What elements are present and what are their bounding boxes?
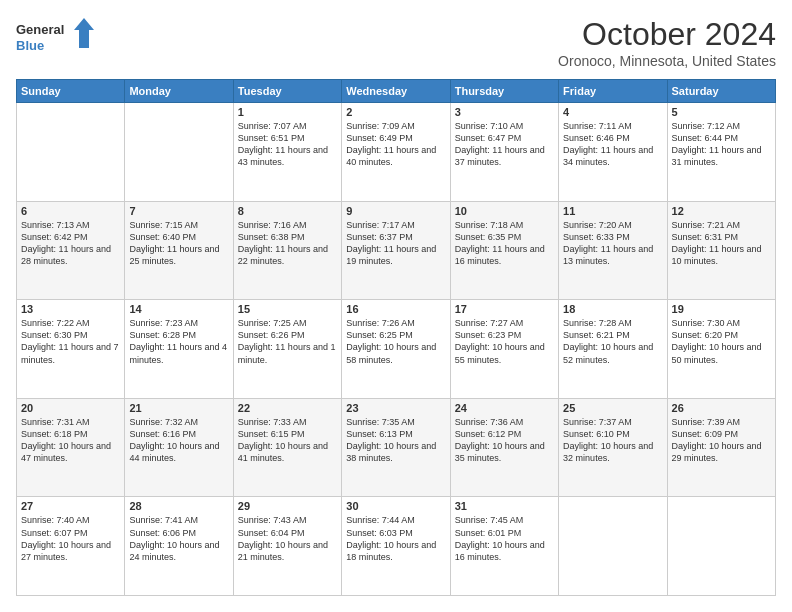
table-row: 12Sunrise: 7:21 AM Sunset: 6:31 PM Dayli…: [667, 201, 775, 300]
col-tuesday: Tuesday: [233, 80, 341, 103]
day-number: 4: [563, 106, 662, 118]
day-number: 11: [563, 205, 662, 217]
table-row: 17Sunrise: 7:27 AM Sunset: 6:23 PM Dayli…: [450, 300, 558, 399]
svg-marker-2: [74, 18, 94, 48]
svg-text:Blue: Blue: [16, 38, 44, 53]
day-info: Sunrise: 7:23 AM Sunset: 6:28 PM Dayligh…: [129, 317, 228, 366]
day-info: Sunrise: 7:17 AM Sunset: 6:37 PM Dayligh…: [346, 219, 445, 268]
day-info: Sunrise: 7:41 AM Sunset: 6:06 PM Dayligh…: [129, 514, 228, 563]
table-row: 3Sunrise: 7:10 AM Sunset: 6:47 PM Daylig…: [450, 103, 558, 202]
day-info: Sunrise: 7:32 AM Sunset: 6:16 PM Dayligh…: [129, 416, 228, 465]
col-wednesday: Wednesday: [342, 80, 450, 103]
day-number: 15: [238, 303, 337, 315]
day-number: 21: [129, 402, 228, 414]
table-row: 20Sunrise: 7:31 AM Sunset: 6:18 PM Dayli…: [17, 398, 125, 497]
day-number: 1: [238, 106, 337, 118]
day-number: 18: [563, 303, 662, 315]
table-row: 2Sunrise: 7:09 AM Sunset: 6:49 PM Daylig…: [342, 103, 450, 202]
day-info: Sunrise: 7:16 AM Sunset: 6:38 PM Dayligh…: [238, 219, 337, 268]
calendar-header-row: Sunday Monday Tuesday Wednesday Thursday…: [17, 80, 776, 103]
logo-svg: General Blue: [16, 16, 96, 61]
day-info: Sunrise: 7:20 AM Sunset: 6:33 PM Dayligh…: [563, 219, 662, 268]
day-info: Sunrise: 7:43 AM Sunset: 6:04 PM Dayligh…: [238, 514, 337, 563]
day-number: 6: [21, 205, 120, 217]
calendar-week-row: 1Sunrise: 7:07 AM Sunset: 6:51 PM Daylig…: [17, 103, 776, 202]
table-row: 27Sunrise: 7:40 AM Sunset: 6:07 PM Dayli…: [17, 497, 125, 596]
day-number: 19: [672, 303, 771, 315]
table-row: 10Sunrise: 7:18 AM Sunset: 6:35 PM Dayli…: [450, 201, 558, 300]
svg-text:General: General: [16, 22, 64, 37]
table-row: [125, 103, 233, 202]
table-row: 18Sunrise: 7:28 AM Sunset: 6:21 PM Dayli…: [559, 300, 667, 399]
day-number: 3: [455, 106, 554, 118]
day-number: 10: [455, 205, 554, 217]
table-row: [559, 497, 667, 596]
calendar-week-row: 20Sunrise: 7:31 AM Sunset: 6:18 PM Dayli…: [17, 398, 776, 497]
col-thursday: Thursday: [450, 80, 558, 103]
table-row: 15Sunrise: 7:25 AM Sunset: 6:26 PM Dayli…: [233, 300, 341, 399]
page: General Blue October 2024 Oronoco, Minne…: [0, 0, 792, 612]
calendar-week-row: 13Sunrise: 7:22 AM Sunset: 6:30 PM Dayli…: [17, 300, 776, 399]
day-number: 2: [346, 106, 445, 118]
table-row: 23Sunrise: 7:35 AM Sunset: 6:13 PM Dayli…: [342, 398, 450, 497]
day-info: Sunrise: 7:40 AM Sunset: 6:07 PM Dayligh…: [21, 514, 120, 563]
table-row: 24Sunrise: 7:36 AM Sunset: 6:12 PM Dayli…: [450, 398, 558, 497]
header: General Blue October 2024 Oronoco, Minne…: [16, 16, 776, 69]
table-row: 29Sunrise: 7:43 AM Sunset: 6:04 PM Dayli…: [233, 497, 341, 596]
table-row: 7Sunrise: 7:15 AM Sunset: 6:40 PM Daylig…: [125, 201, 233, 300]
day-info: Sunrise: 7:39 AM Sunset: 6:09 PM Dayligh…: [672, 416, 771, 465]
table-row: 5Sunrise: 7:12 AM Sunset: 6:44 PM Daylig…: [667, 103, 775, 202]
day-info: Sunrise: 7:21 AM Sunset: 6:31 PM Dayligh…: [672, 219, 771, 268]
day-info: Sunrise: 7:35 AM Sunset: 6:13 PM Dayligh…: [346, 416, 445, 465]
day-info: Sunrise: 7:25 AM Sunset: 6:26 PM Dayligh…: [238, 317, 337, 366]
location-subtitle: Oronoco, Minnesota, United States: [558, 53, 776, 69]
day-number: 17: [455, 303, 554, 315]
table-row: 16Sunrise: 7:26 AM Sunset: 6:25 PM Dayli…: [342, 300, 450, 399]
day-number: 5: [672, 106, 771, 118]
day-info: Sunrise: 7:33 AM Sunset: 6:15 PM Dayligh…: [238, 416, 337, 465]
day-info: Sunrise: 7:10 AM Sunset: 6:47 PM Dayligh…: [455, 120, 554, 169]
table-row: 11Sunrise: 7:20 AM Sunset: 6:33 PM Dayli…: [559, 201, 667, 300]
day-info: Sunrise: 7:36 AM Sunset: 6:12 PM Dayligh…: [455, 416, 554, 465]
table-row: 13Sunrise: 7:22 AM Sunset: 6:30 PM Dayli…: [17, 300, 125, 399]
day-info: Sunrise: 7:13 AM Sunset: 6:42 PM Dayligh…: [21, 219, 120, 268]
calendar-table: Sunday Monday Tuesday Wednesday Thursday…: [16, 79, 776, 596]
day-number: 22: [238, 402, 337, 414]
table-row: [667, 497, 775, 596]
table-row: 31Sunrise: 7:45 AM Sunset: 6:01 PM Dayli…: [450, 497, 558, 596]
day-number: 13: [21, 303, 120, 315]
day-info: Sunrise: 7:37 AM Sunset: 6:10 PM Dayligh…: [563, 416, 662, 465]
day-info: Sunrise: 7:12 AM Sunset: 6:44 PM Dayligh…: [672, 120, 771, 169]
day-info: Sunrise: 7:45 AM Sunset: 6:01 PM Dayligh…: [455, 514, 554, 563]
logo: General Blue: [16, 16, 96, 61]
title-area: October 2024 Oronoco, Minnesota, United …: [558, 16, 776, 69]
calendar-week-row: 27Sunrise: 7:40 AM Sunset: 6:07 PM Dayli…: [17, 497, 776, 596]
col-saturday: Saturday: [667, 80, 775, 103]
table-row: 8Sunrise: 7:16 AM Sunset: 6:38 PM Daylig…: [233, 201, 341, 300]
day-info: Sunrise: 7:15 AM Sunset: 6:40 PM Dayligh…: [129, 219, 228, 268]
day-number: 28: [129, 500, 228, 512]
day-number: 24: [455, 402, 554, 414]
day-info: Sunrise: 7:26 AM Sunset: 6:25 PM Dayligh…: [346, 317, 445, 366]
day-number: 25: [563, 402, 662, 414]
day-info: Sunrise: 7:09 AM Sunset: 6:49 PM Dayligh…: [346, 120, 445, 169]
table-row: 30Sunrise: 7:44 AM Sunset: 6:03 PM Dayli…: [342, 497, 450, 596]
month-title: October 2024: [558, 16, 776, 53]
col-monday: Monday: [125, 80, 233, 103]
day-info: Sunrise: 7:18 AM Sunset: 6:35 PM Dayligh…: [455, 219, 554, 268]
day-number: 23: [346, 402, 445, 414]
day-number: 29: [238, 500, 337, 512]
day-info: Sunrise: 7:31 AM Sunset: 6:18 PM Dayligh…: [21, 416, 120, 465]
table-row: 19Sunrise: 7:30 AM Sunset: 6:20 PM Dayli…: [667, 300, 775, 399]
day-info: Sunrise: 7:27 AM Sunset: 6:23 PM Dayligh…: [455, 317, 554, 366]
day-number: 9: [346, 205, 445, 217]
day-info: Sunrise: 7:28 AM Sunset: 6:21 PM Dayligh…: [563, 317, 662, 366]
table-row: 4Sunrise: 7:11 AM Sunset: 6:46 PM Daylig…: [559, 103, 667, 202]
table-row: 9Sunrise: 7:17 AM Sunset: 6:37 PM Daylig…: [342, 201, 450, 300]
day-number: 16: [346, 303, 445, 315]
col-sunday: Sunday: [17, 80, 125, 103]
day-info: Sunrise: 7:30 AM Sunset: 6:20 PM Dayligh…: [672, 317, 771, 366]
day-info: Sunrise: 7:11 AM Sunset: 6:46 PM Dayligh…: [563, 120, 662, 169]
table-row: 14Sunrise: 7:23 AM Sunset: 6:28 PM Dayli…: [125, 300, 233, 399]
day-number: 31: [455, 500, 554, 512]
